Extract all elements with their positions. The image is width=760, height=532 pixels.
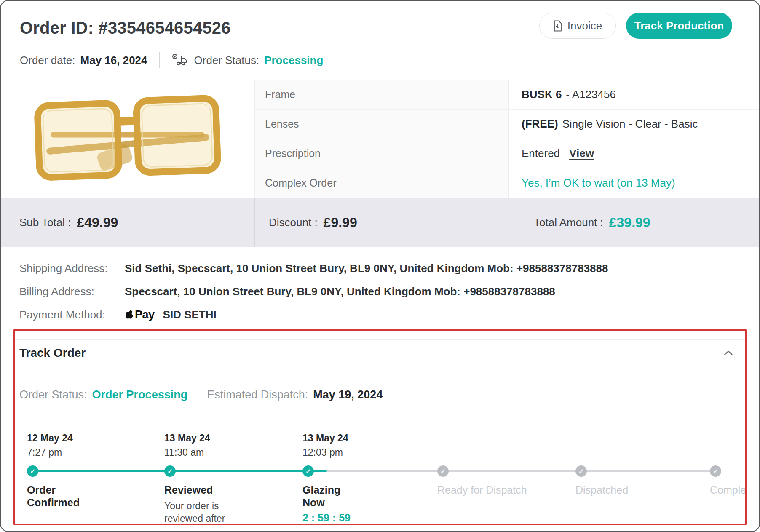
lenses-free-tag: (FREE) (522, 118, 558, 131)
product-image (1, 80, 254, 198)
glasses-illustration (29, 85, 227, 193)
complex-order-value: Yes, I’m OK to wait (on 13 May) (509, 168, 760, 198)
payment-holder-name: SID SETHI (163, 308, 217, 321)
timeline-remaining-line (327, 470, 711, 472)
order-date-value: May 16, 2024 (80, 54, 147, 67)
track-status-label: Order Status: (19, 388, 87, 401)
complex-order-label: Complex Order (254, 168, 509, 198)
frame-name: BUSK 6 (522, 88, 562, 101)
payment-method-row: Payment Method: Pay SID SETHI (19, 306, 759, 323)
prescription-label: Prescription (254, 139, 509, 168)
totals-bar: Sub Total : £49.99 Discount : £9.99 Tota… (1, 198, 759, 247)
subtotal-value: £49.99 (77, 215, 118, 230)
step-date: 13 May 24 (164, 433, 210, 444)
track-order-top-strip (15, 331, 745, 340)
product-table: Frame BUSK 6 - A123456 Lenses (FREE) Sin… (1, 80, 759, 198)
order-header: Order ID: #3354654654526 Order date: May… (1, 1, 759, 80)
invoice-download-icon (553, 20, 562, 32)
header-buttons: Invoice Track Production (539, 13, 732, 39)
apple-pay-word: Pay (135, 308, 155, 321)
frame-sku: - A123456 (566, 88, 616, 101)
total-amount-cell: Total Amount : £39.99 (509, 198, 760, 247)
shipping-address-value: Sid Sethi, Specscart, 10 Union Street Bu… (125, 262, 608, 275)
step-label: Glazing Now (302, 484, 351, 509)
frame-value: BUSK 6 - A123456 (509, 80, 760, 110)
meta-divider (159, 52, 160, 68)
step-datetime: 13 May 24 12:03 pm (302, 433, 348, 458)
dispatch-value: May 19, 2024 (313, 388, 383, 401)
chevron-up-icon[interactable] (724, 350, 733, 356)
step-description: Your order is reviewed after response. (164, 500, 255, 525)
complex-order-answer: Yes, I’m OK to wait (on 13 May) (522, 176, 675, 190)
timeline-progress-line (27, 470, 327, 472)
discount-value: £9.99 (324, 215, 357, 230)
track-order-title: Track Order (19, 346, 86, 360)
payment-method-value: Pay SID SETHI (125, 308, 217, 321)
track-production-label: Track Production (634, 19, 724, 32)
step-time: 7:27 pm (27, 447, 73, 458)
check-circle-icon: ✓ (164, 465, 176, 477)
step-label: Completed (710, 484, 747, 497)
order-date-label: Order date: (20, 54, 75, 67)
dispatch-label: Estimated Dispatch: (207, 388, 308, 401)
step-date: 13 May 24 (302, 433, 348, 444)
step-label: Dispatched (575, 484, 628, 497)
apple-icon (125, 309, 134, 321)
shipping-address-row: Shipping Address: Sid Sethi, Specscart, … (19, 259, 759, 277)
prescription-value: Entered View (509, 139, 760, 168)
invoice-button[interactable]: Invoice (539, 13, 616, 39)
check-circle-icon: ✓ (575, 465, 587, 477)
subtotal-cell: Sub Total : £49.99 (1, 198, 254, 247)
step-date: 12 May 24 (27, 433, 73, 444)
track-status-value: Order Processing (92, 388, 188, 401)
lenses-label: Lenses (254, 110, 509, 139)
truck-icon (171, 53, 188, 67)
track-order-section: Track Order Order Status: Order Processi… (13, 329, 747, 525)
frame-label: Frame (254, 80, 509, 110)
page-title: Order ID: #3354654654526 (20, 19, 231, 37)
track-production-button[interactable]: Track Production (626, 13, 732, 39)
total-amount-label: Total Amount : (534, 216, 603, 229)
order-detail-page: Order ID: #3354654654526 Order date: May… (0, 0, 760, 532)
step-label: Ready for Dispatch (437, 484, 527, 497)
step-label: Reviewed (164, 484, 213, 497)
order-meta-row: Order date: May 16, 2024 Order Status: P… (20, 52, 323, 68)
step-time: 12:03 pm (302, 447, 348, 458)
subtotal-label: Sub Total : (19, 216, 71, 229)
order-timeline: 12 May 24 7:27 pm ✓ Order Confirmed 13 M… (15, 433, 745, 525)
step-datetime: 12 May 24 7:27 pm (27, 433, 73, 458)
step-time: 11:30 am (164, 447, 210, 458)
billing-address-value: Specscart, 10 Union Street Bury, BL9 0NY… (125, 285, 555, 298)
check-circle-icon: ✓ (710, 465, 721, 477)
prescription-view-link[interactable]: View (569, 147, 594, 160)
check-circle-icon: ✓ (437, 465, 449, 477)
addresses-section: Shipping Address: Sid Sethi, Specscart, … (1, 247, 759, 323)
shipping-address-label: Shipping Address: (19, 262, 125, 275)
prescription-status: Entered (522, 147, 560, 160)
lenses-value: (FREE) Single Vision - Clear - Basic (509, 110, 760, 139)
billing-address-label: Billing Address: (19, 285, 125, 298)
order-status-value: Processing (264, 54, 323, 67)
payment-method-label: Payment Method: (19, 308, 125, 321)
track-status-line: Order Status: Order Processing Estimated… (19, 388, 745, 401)
check-circle-icon: ✓ (302, 465, 314, 477)
billing-address-row: Billing Address: Specscart, 10 Union Str… (19, 283, 759, 300)
track-order-header[interactable]: Track Order (15, 340, 745, 366)
glazing-countdown: 2 : 59 : 59 (302, 512, 351, 524)
discount-cell: Discount : £9.99 (254, 198, 509, 247)
check-circle-icon: ✓ (27, 465, 38, 477)
total-amount-value: £39.99 (609, 215, 650, 230)
lenses-description: Single Vision - Clear - Basic (562, 118, 698, 131)
step-label: Order Confirmed (27, 484, 84, 509)
apple-pay-logo: Pay (125, 308, 155, 321)
discount-label: Discount : (269, 216, 318, 229)
order-status-label: Order Status: (194, 54, 260, 67)
step-datetime: 13 May 24 11:30 am (164, 433, 210, 458)
invoice-button-label: Invoice (567, 19, 602, 32)
